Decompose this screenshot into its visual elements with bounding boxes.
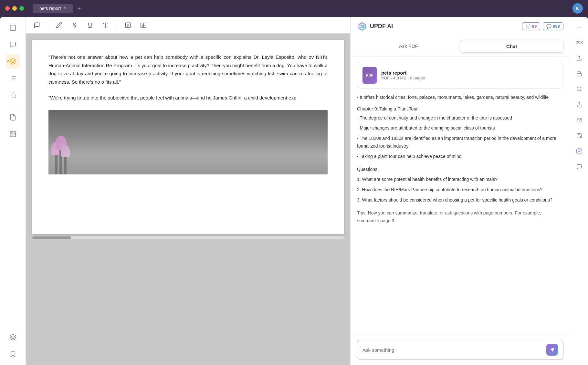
credit-badge-purple[interactable]: 📄 99	[522, 22, 540, 30]
credit-blue-icon: 💬	[546, 24, 551, 29]
pdf-scrollbar-area[interactable]	[32, 236, 344, 239]
comment-tool-icon[interactable]	[31, 19, 43, 31]
close-button[interactable]	[5, 6, 10, 11]
chat-bullet-1: - It offers historical cities, forts, pa…	[357, 94, 563, 101]
ai-header: AI UPDF AI 📄 99 💬 999	[351, 17, 570, 36]
text-box-tool-icon[interactable]	[122, 19, 134, 31]
sidebar-icon-image[interactable]	[6, 127, 20, 141]
sidebar-icon-stamp[interactable]	[6, 110, 20, 124]
chat-response: - It offers historical cities, forts, pa…	[357, 94, 563, 224]
sidebar-icon-list[interactable]	[6, 71, 20, 85]
right-icon-search[interactable]	[573, 83, 586, 96]
toolbar-divider-1	[48, 21, 48, 30]
tips-text: Tips: Now you can summarize, translate, …	[357, 209, 563, 225]
right-icon-convert[interactable]	[573, 52, 586, 65]
right-icon-save[interactable]	[573, 129, 586, 142]
pdf-toolbar	[26, 17, 350, 34]
sidebar-icon-bookmark-bottom[interactable]	[6, 347, 20, 361]
maximize-button[interactable]	[19, 6, 24, 11]
chapter9-title: Chapter 9: Taking a Plant Tour	[357, 105, 563, 113]
file-card: PDF pets report PDF · 4,8 MB · 6 pages	[357, 62, 563, 89]
user-avatar[interactable]: K	[572, 3, 583, 14]
right-icon-ocr[interactable]: OCR	[573, 36, 586, 49]
sidebar-icon-bookmark[interactable]	[6, 21, 20, 35]
chapter9-bullet-4: - Taking a plant tour can help achieve p…	[357, 153, 563, 161]
file-name: pets report	[381, 70, 425, 76]
minimize-button[interactable]	[12, 6, 17, 11]
question-3: 3. What factors should be considered whe…	[357, 196, 563, 204]
ai-input-box	[357, 340, 563, 360]
ai-title: UPDF AI	[370, 23, 393, 30]
titlebar: pets report ✎ + K	[0, 0, 588, 17]
add-tab-button[interactable]: +	[77, 5, 81, 12]
sidebar-divider-1	[6, 106, 19, 106]
file-type-icon: PDF	[362, 67, 377, 84]
question-1: 1. What are some potential health benefi…	[357, 176, 563, 183]
credit-badge-blue[interactable]: 💬 999	[543, 22, 563, 30]
pdf-viewer: "There's not one answer about how a pet …	[26, 17, 350, 365]
underline-tool-icon[interactable]	[84, 19, 96, 31]
right-icon-protect[interactable]	[573, 67, 586, 80]
toolbar-divider-2	[117, 21, 117, 30]
question-2: 2. How does the NIH/Mars Partnership con…	[357, 186, 563, 194]
ai-logo: AI UPDF AI	[357, 21, 393, 32]
ai-chat-content[interactable]: PDF pets report PDF · 4,8 MB · 6 pages -…	[351, 57, 570, 336]
file-info: pets report PDF · 4,8 MB · 6 pages	[381, 70, 425, 80]
ai-credits: 📄 99 💬 999	[522, 22, 563, 30]
svg-marker-11	[10, 334, 16, 337]
right-sidebar: OCR	[570, 17, 588, 365]
strikethrough-tool-icon[interactable]	[69, 19, 80, 31]
tab-chat[interactable]: Chat	[460, 40, 564, 53]
traffic-lights	[5, 6, 24, 11]
edit-icon[interactable]: ✎	[64, 6, 67, 11]
chapter9-bullet-1: - The degree of continuity and change in…	[357, 114, 563, 122]
main-container: "There's not one answer about how a pet …	[0, 17, 588, 365]
textbox2-tool-icon[interactable]	[138, 19, 149, 31]
ai-input-area	[351, 336, 570, 365]
text-tool-icon[interactable]	[100, 19, 111, 31]
pdf-paragraph-1: "There's not one answer about how a pet …	[48, 53, 328, 86]
file-meta: PDF · 4,8 MB · 6 pages	[381, 76, 425, 80]
svg-rect-0	[10, 25, 16, 31]
tab-title: pets report	[39, 6, 61, 11]
right-icon-share[interactable]	[573, 98, 586, 111]
questions-label: Questions:	[357, 166, 563, 173]
sidebar-icon-layers[interactable]	[6, 330, 20, 344]
pdf-page: "There's not one answer about how a pet …	[32, 40, 344, 234]
pdf-image	[48, 110, 328, 174]
sidebar-icon-comment[interactable]	[6, 37, 20, 52]
left-sidebar	[0, 17, 26, 365]
credit-blue-value: 999	[553, 24, 560, 29]
ai-panel: AI UPDF AI 📄 99 💬 999 Ask PDF C	[350, 17, 570, 365]
credit-purple-icon: 📄	[526, 24, 531, 29]
pdf-paragraph-2: "We're trying to tap into the subjective…	[48, 94, 328, 102]
ask-input[interactable]	[362, 347, 543, 353]
right-icon-minus[interactable]	[573, 21, 586, 34]
svg-text:AI: AI	[360, 25, 364, 29]
right-icon-comment[interactable]	[573, 160, 586, 173]
svg-rect-8	[12, 94, 16, 98]
pen-tool-icon[interactable]	[53, 19, 65, 31]
active-tab[interactable]: pets report ✎	[33, 4, 73, 13]
svg-line-23	[580, 90, 581, 91]
svg-rect-21	[577, 73, 582, 76]
tab-ask-pdf[interactable]: Ask PDF	[357, 40, 460, 53]
chapter9-bullet-3: - The 1820s and 1830s are identified as …	[357, 135, 563, 150]
credit-purple-value: 99	[532, 24, 537, 29]
svg-point-22	[577, 87, 581, 91]
sidebar-icon-highlight[interactable]	[6, 54, 20, 68]
updf-logo-icon: AI	[357, 21, 367, 32]
right-icon-mail[interactable]	[573, 114, 586, 127]
ai-tabs: Ask PDF Chat	[351, 36, 570, 57]
right-icon-updf[interactable]	[573, 145, 586, 158]
chapter9-bullet-2: - Major changes are attributed to the ch…	[357, 124, 563, 132]
send-button[interactable]	[546, 344, 558, 356]
tab-area: pets report ✎ +	[33, 4, 81, 13]
svg-point-10	[11, 132, 12, 133]
pdf-content-area[interactable]: "There's not one answer about how a pet …	[26, 34, 350, 365]
sidebar-icon-copy[interactable]	[6, 88, 20, 102]
